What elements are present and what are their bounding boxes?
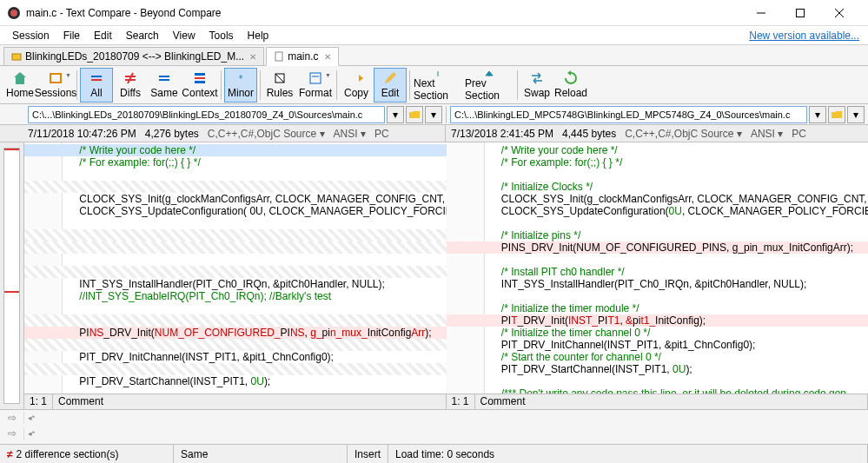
left-path-dropdown[interactable]: ▾: [387, 106, 404, 123]
menu-edit[interactable]: Edit: [87, 28, 119, 43]
left-eol-dropdown[interactable]: PC: [374, 128, 389, 140]
menu-search[interactable]: Search: [119, 28, 166, 43]
left-pane-status: 1: 1 Comment: [24, 394, 447, 409]
reload-icon: [563, 70, 579, 86]
merge-left-button[interactable]: ⇨: [0, 427, 24, 440]
svg-rect-6: [12, 54, 21, 60]
close-button[interactable]: [822, 0, 861, 26]
equal-icon: [156, 70, 172, 86]
menu-tools[interactable]: Tools: [202, 28, 241, 43]
context-label: Comment: [475, 394, 868, 409]
not-equal-icon: ≠: [7, 448, 13, 460]
diff-area: /* Write your code here */ /* For exampl…: [0, 142, 868, 409]
not-equal-icon: [123, 70, 138, 86]
right-pane: /* Write your code here */ /* For exampl…: [447, 142, 869, 409]
menu-bar: Session File Edit Search View Tools Help…: [0, 26, 868, 45]
insert-mode: Insert: [348, 445, 388, 463]
menu-help[interactable]: Help: [241, 28, 276, 43]
right-eol-dropdown[interactable]: PC: [792, 128, 806, 140]
left-file-date: 7/11/2018 10:47:26 PM: [28, 128, 136, 140]
referee-icon: [272, 70, 288, 86]
right-file-date: 7/13/2018 2:41:45 PM: [451, 128, 553, 140]
tab-text-compare[interactable]: main.c ✕: [266, 47, 338, 66]
svg-rect-8: [50, 74, 61, 83]
right-file-size: 4,445 bytes: [562, 128, 616, 140]
left-open-button[interactable]: [406, 106, 423, 123]
sessions-button[interactable]: Sessions▼: [37, 68, 74, 103]
swap-icon: [529, 70, 545, 86]
right-open-button[interactable]: [828, 106, 845, 123]
close-icon[interactable]: ✕: [249, 52, 256, 62]
new-version-link[interactable]: New version available...: [749, 30, 859, 42]
folder-open-icon: [831, 109, 843, 121]
minor-button[interactable]: * Minor: [224, 68, 257, 103]
home-button[interactable]: Home: [3, 68, 36, 103]
toolbar: Home Sessions▼ All Diffs Same Context * …: [0, 66, 868, 104]
merge-right-button[interactable]: ⇨: [0, 412, 24, 424]
app-icon: [7, 6, 21, 20]
home-icon: [12, 70, 28, 86]
svg-line-13: [128, 73, 133, 83]
left-pane: /* Write your code here */ /* For exampl…: [24, 142, 447, 409]
right-pane-status: 1: 1 Comment: [447, 394, 869, 409]
path-row: ▾ ▾ ▾ ▾: [0, 104, 868, 125]
right-open-dropdown[interactable]: ▾: [847, 106, 865, 123]
left-open-dropdown[interactable]: ▾: [425, 106, 442, 123]
tab-label: main.c: [288, 50, 318, 63]
title-bar: main.c - Text Compare - Beyond Compare: [0, 0, 868, 26]
right-path-input[interactable]: [450, 106, 807, 123]
svg-rect-22: [310, 73, 321, 83]
sessions-icon: [48, 70, 63, 86]
minimize-button[interactable]: [744, 0, 783, 26]
tab-label: BlinkingLEDs_20180709 <--> BlinkingLED_M…: [25, 50, 244, 63]
next-section-button[interactable]: Next Section: [413, 68, 463, 103]
reload-button[interactable]: Reload: [554, 68, 587, 103]
diff-status: ≠ 2 difference section(s): [0, 445, 174, 463]
cursor-position: 1: 1: [447, 394, 475, 409]
copy-button[interactable]: Copy: [340, 68, 373, 103]
copy-arrow-icon: [348, 70, 364, 86]
left-encoding-dropdown[interactable]: ANSI ▾: [334, 128, 366, 140]
window-title: main.c - Text Compare - Beyond Compare: [26, 7, 222, 19]
menu-file[interactable]: File: [56, 28, 87, 43]
left-path-input[interactable]: [28, 106, 385, 123]
menu-view[interactable]: View: [166, 28, 202, 43]
prev-section-button[interactable]: Prev Section: [464, 68, 514, 103]
asterisk-icon: *: [233, 70, 248, 86]
tab-bar: BlinkingLEDs_20180709 <--> BlinkingLED_M…: [0, 45, 868, 66]
svg-rect-16: [195, 73, 205, 76]
svg-rect-17: [195, 77, 205, 79]
info-row: 7/11/2018 10:47:26 PM 4,276 bytes C,C++,…: [0, 125, 868, 142]
format-icon: [308, 70, 323, 86]
context-button[interactable]: Context: [182, 68, 218, 103]
svg-rect-18: [195, 81, 205, 83]
right-lang-dropdown[interactable]: C,C++,C#,ObjC Source ▾: [625, 128, 742, 140]
tab-folder-compare[interactable]: BlinkingLEDs_20180709 <--> BlinkingLED_M…: [3, 47, 264, 65]
right-path-dropdown[interactable]: ▾: [809, 106, 826, 123]
same-button[interactable]: Same: [148, 68, 181, 103]
swap-button[interactable]: Swap: [520, 68, 553, 103]
reveal-right[interactable]: ◂*: [24, 429, 38, 438]
all-button[interactable]: All: [80, 68, 113, 103]
left-file-size: 4,276 bytes: [145, 128, 199, 140]
status-bar: ≠ 2 difference section(s) Same Insert Lo…: [0, 444, 868, 463]
merge-panel: ⇨ ◂* ⇨ ◂*: [0, 409, 868, 444]
menu-session[interactable]: Session: [5, 28, 56, 43]
folder-open-icon: [408, 109, 421, 121]
edit-button[interactable]: Edit: [374, 68, 407, 103]
pencil-icon: [382, 70, 398, 86]
left-code-view[interactable]: /* Write your code here */ /* For exampl…: [24, 142, 447, 394]
rules-button[interactable]: Rules: [263, 68, 296, 103]
reveal-left[interactable]: ◂*: [24, 413, 38, 422]
close-icon[interactable]: ✕: [324, 52, 331, 62]
left-lang-dropdown[interactable]: C,C++,C#,ObjC Source ▾: [208, 128, 325, 140]
diffs-button[interactable]: Diffs: [114, 68, 147, 103]
thumbnail-panel[interactable]: [0, 142, 24, 409]
up-arrow-icon: [481, 69, 497, 76]
maximize-button[interactable]: [783, 0, 822, 26]
context-icon: [192, 70, 208, 86]
context-label: Comment: [53, 394, 446, 409]
right-encoding-dropdown[interactable]: ANSI ▾: [751, 128, 783, 140]
format-button[interactable]: Format▼: [297, 68, 334, 103]
right-code-view[interactable]: /* Write your code here */ /* For exampl…: [447, 142, 869, 394]
